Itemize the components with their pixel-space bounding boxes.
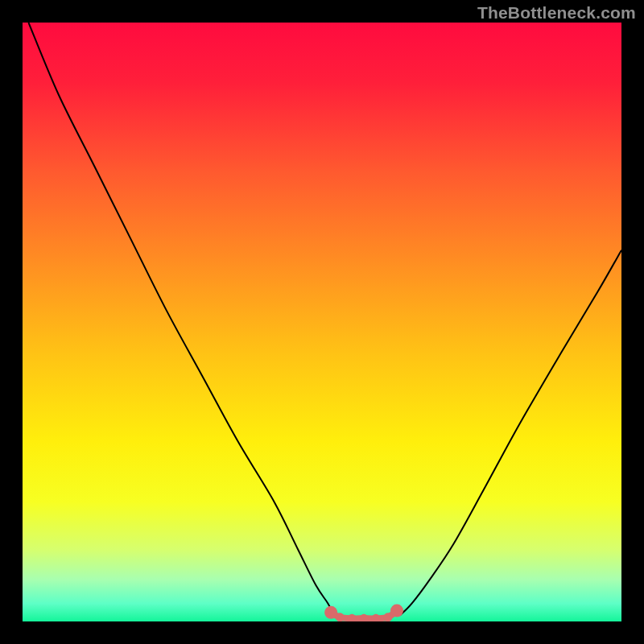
curve-layer bbox=[23, 23, 621, 621]
chart-frame: TheBottleneck.com bbox=[0, 0, 644, 644]
valley-dot bbox=[383, 613, 392, 621]
valley-dot bbox=[336, 613, 345, 621]
valley-dot bbox=[390, 605, 403, 617]
valley-dot bbox=[371, 614, 380, 621]
right-curve bbox=[400, 250, 621, 616]
plot-area bbox=[23, 23, 621, 621]
watermark-text: TheBottleneck.com bbox=[477, 3, 636, 23]
valley-dot bbox=[360, 614, 369, 621]
valley-dot bbox=[324, 606, 337, 619]
left-curve bbox=[28, 23, 333, 616]
valley-marker-dots bbox=[324, 605, 403, 621]
